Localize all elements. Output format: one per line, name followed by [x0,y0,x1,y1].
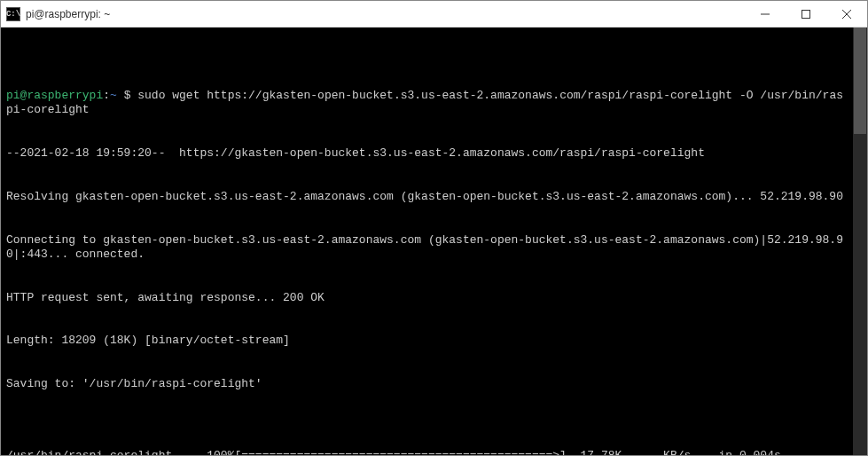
prompt-path: ~ [110,89,117,102]
terminal-line: Resolving gkasten-open-bucket.s3.us-east… [6,190,848,204]
minimize-icon [761,10,770,19]
close-icon [842,10,851,19]
terminal-line: /usr/bin/raspi-corelight 100%[==========… [6,449,848,455]
window-title: pi@raspberrypi: ~ [26,8,745,20]
app-icon: C:\ [6,7,20,21]
terminal-line: HTTP request sent, awaiting response... … [6,291,848,305]
svg-rect-1 [802,10,810,18]
terminal-window: C:\ pi@raspberrypi: ~ pi@raspberrypi:~ $… [0,0,868,456]
titlebar[interactable]: C:\ pi@raspberrypi: ~ [1,1,867,28]
terminal-line: Length: 18209 (18K) [binary/octet-stream… [6,334,848,348]
maximize-button[interactable] [786,1,826,27]
minimize-button[interactable] [745,1,786,27]
scroll-thumb[interactable] [854,28,866,134]
terminal-line: pi@raspberrypi:~ $ sudo wget https://gka… [6,89,848,118]
scrollbar[interactable] [853,28,867,455]
terminal-line: Connecting to gkasten-open-bucket.s3.us-… [6,233,848,263]
prompt-user: pi@raspberrypi [6,89,103,102]
maximize-icon [802,10,810,19]
prompt-dollar: $ [117,89,137,102]
close-button[interactable] [826,1,867,27]
terminal-body[interactable]: pi@raspberrypi:~ $ sudo wget https://gka… [1,28,867,455]
prompt-colon: : [103,89,110,102]
terminal-line: Saving to: '/usr/bin/raspi-corelight' [6,377,848,391]
terminal-content: pi@raspberrypi:~ $ sudo wget https://gka… [6,60,864,456]
window-controls [745,1,867,27]
terminal-line: --2021-02-18 19:59:20-- https://gkasten-… [6,146,848,161]
